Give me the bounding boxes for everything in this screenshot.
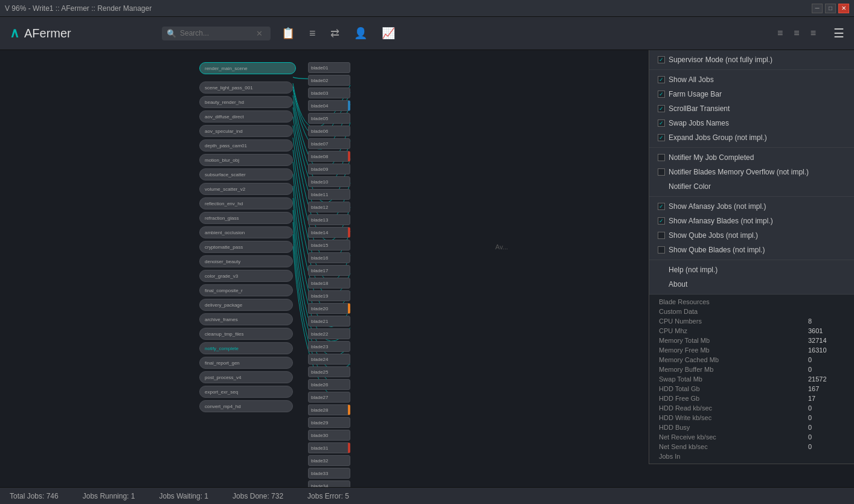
list-item[interactable]: aov_diffuse_direct — [199, 110, 293, 123]
list-item[interactable]: blade11 — [308, 189, 350, 200]
menu-item-farm-usage-bar[interactable]: Farm Usage Bar — [649, 87, 854, 101]
list-item[interactable]: blade13 — [308, 214, 350, 225]
job-node-top[interactable]: render_main_scene — [199, 62, 296, 74]
list-icon-button[interactable]: ≡ — [306, 25, 319, 42]
list-item[interactable]: ambient_occlusion — [199, 226, 293, 238]
list-item[interactable]: denoiser_beauty — [199, 255, 293, 267]
menu-item-show-qube-blades[interactable]: Show Qube Blades (not impl.) — [649, 243, 854, 257]
list-item[interactable]: cryptomatte_pass — [199, 241, 293, 253]
list-item[interactable]: final_composite_r — [199, 284, 293, 296]
info-row-jobs-in: Jobs In — [649, 451, 854, 461]
menu-item-expand-jobs-group[interactable]: Expand Jobs Group (not impl.) — [649, 130, 854, 145]
list-item[interactable]: blade18 — [308, 278, 350, 289]
list-item[interactable]: final_report_gen — [199, 357, 293, 369]
list-item[interactable]: blade34 — [308, 480, 350, 487]
list-item[interactable]: depth_pass_cam01 — [199, 139, 293, 152]
info-label-hdd-busy: HDD Busy — [659, 424, 690, 431]
menu-section-2: Show All Jobs Farm Usage Bar ScrollBar T… — [649, 70, 854, 148]
list-item[interactable]: notify_complete — [199, 342, 293, 354]
list-item[interactable]: volume_scatter_v2 — [199, 183, 293, 195]
minimize-button[interactable]: ─ — [812, 4, 823, 13]
info-row-hdd-total: HDD Total Gb 167 — [649, 384, 854, 394]
info-row-swap-total: Swap Total Mb 21572 — [649, 374, 854, 384]
list-item[interactable]: blade17 — [308, 265, 350, 276]
clipboard-icon-button[interactable]: 📋 — [278, 24, 298, 42]
list-item[interactable]: archive_frames — [199, 313, 293, 325]
menu-item-show-all-jobs[interactable]: Show All Jobs — [649, 72, 854, 87]
menu-item-notifier-color[interactable]: Notifier Color — [649, 179, 854, 194]
list-item[interactable]: blade05 — [308, 113, 350, 124]
menu-item-scrollbar-transient[interactable]: ScrollBar Transient — [649, 101, 854, 116]
list-item[interactable]: blade22 — [308, 328, 350, 339]
list-item[interactable]: blade15 — [308, 240, 350, 250]
list-item[interactable]: blade23 — [308, 341, 350, 352]
restore-button[interactable]: □ — [825, 4, 836, 13]
search-container[interactable]: 🔍 ✕ — [162, 27, 271, 40]
list-item[interactable]: color_grade_v3 — [199, 270, 293, 282]
list-item[interactable]: blade04 — [308, 100, 350, 111]
list-item[interactable]: blade06 — [308, 126, 350, 136]
list-item[interactable]: blade27 — [308, 392, 350, 403]
list-item[interactable]: blade12 — [308, 202, 350, 212]
menu-item-swap-jobs-names[interactable]: Swap Jobs Names — [649, 116, 854, 130]
list-item[interactable]: subsurface_scatter — [199, 168, 293, 180]
list-item[interactable]: scene_light_pass_001 — [199, 81, 293, 94]
list-item[interactable]: blade33 — [308, 468, 350, 479]
list-item[interactable]: export_exr_seq — [199, 386, 293, 398]
align-right-button[interactable]: ≡ — [807, 26, 819, 40]
list-item[interactable]: blade20 — [308, 303, 350, 314]
list-item[interactable]: blade07 — [308, 138, 350, 149]
checkbox-supervisor-mode — [658, 56, 665, 63]
list-item[interactable]: cleanup_tmp_files — [199, 328, 293, 340]
list-item[interactable]: blade32 — [308, 455, 350, 466]
close-button[interactable]: ✕ — [838, 4, 849, 13]
list-item[interactable]: blade09 — [308, 164, 350, 174]
chart-icon-button[interactable]: 📈 — [378, 24, 399, 42]
menu-item-about[interactable]: About — [649, 277, 854, 292]
list-item[interactable]: blade28 — [308, 404, 350, 415]
share-icon-button[interactable]: ⇄ — [327, 24, 343, 42]
menu-item-show-afanasy-jobs[interactable]: Show Afanasy Jobs (not impl.) — [649, 199, 854, 214]
list-item[interactable]: aov_specular_ind — [199, 125, 293, 137]
list-item[interactable]: blade29 — [308, 417, 350, 428]
list-item[interactable]: blade21 — [308, 316, 350, 327]
list-item[interactable]: refraction_glass — [199, 212, 293, 224]
list-item[interactable]: blade30 — [308, 430, 350, 441]
list-item[interactable]: blade01 — [308, 62, 350, 73]
menu-item-supervisor-mode[interactable]: Supervisor Mode (not fully impl.) — [649, 53, 854, 67]
menu-item-show-qube-jobs[interactable]: Show Qube Jobs (not impl.) — [649, 228, 854, 243]
menu-item-notifier-my-job[interactable]: Notifier My Job Completed — [649, 150, 854, 165]
info-label-net-send: Net Send kb/sec — [659, 443, 708, 450]
list-item[interactable]: convert_mp4_hd — [199, 400, 293, 412]
list-item[interactable]: reflection_env_hd — [199, 197, 293, 209]
info-label-hdd-total: HDD Total Gb — [659, 385, 700, 392]
clear-search-icon[interactable]: ✕ — [256, 29, 263, 38]
list-item[interactable]: post_process_v4 — [199, 371, 293, 383]
list-item[interactable]: blade19 — [308, 290, 350, 301]
menu-label-show-afanasy-jobs: Show Afanasy Jobs (not impl.) — [669, 202, 766, 211]
list-item[interactable]: blade10 — [308, 176, 350, 187]
menu-item-help[interactable]: Help (not impl.) — [649, 263, 854, 277]
list-item[interactable]: delivery_package — [199, 299, 293, 311]
list-item[interactable]: blade03 — [308, 88, 350, 98]
list-item[interactable]: beauty_render_hd — [199, 96, 293, 108]
list-item[interactable]: blade16 — [308, 252, 350, 263]
list-item[interactable]: blade31 — [308, 442, 350, 453]
align-left-button[interactable]: ≡ — [774, 26, 786, 40]
list-item[interactable]: blade14 — [308, 227, 350, 238]
list-item[interactable]: blade26 — [308, 379, 350, 390]
menu-section-3: Notifier My Job Completed Notifier Blade… — [649, 148, 854, 197]
align-center-button[interactable]: ≡ — [791, 26, 802, 40]
info-row-cpu-mhz: CPU Mhz 3601 — [649, 326, 854, 336]
menu-button[interactable]: ☰ — [833, 26, 844, 40]
list-item[interactable]: blade25 — [308, 366, 350, 377]
list-item[interactable]: blade08 — [308, 151, 350, 162]
menu-label-show-all-jobs: Show All Jobs — [669, 75, 714, 84]
search-input[interactable] — [180, 29, 252, 37]
menu-item-notifier-blades-memory[interactable]: Notifier Blades Memory Overflow (not imp… — [649, 165, 854, 179]
list-item[interactable]: blade24 — [308, 354, 350, 365]
list-item[interactable]: blade02 — [308, 75, 350, 86]
list-item[interactable]: motion_blur_obj — [199, 154, 293, 166]
menu-item-show-afanasy-blades[interactable]: Show Afanasy Blades (not impl.) — [649, 214, 854, 228]
person-icon-button[interactable]: 👤 — [350, 24, 371, 42]
